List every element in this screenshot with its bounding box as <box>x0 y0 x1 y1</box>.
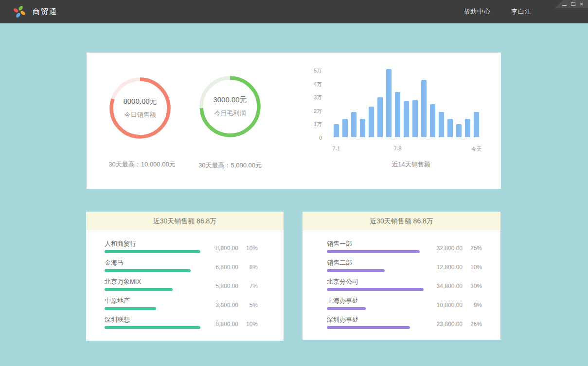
daily-sales-bar <box>351 112 356 137</box>
customer-ranking-header: 近30天销售额 86.8万 <box>86 212 284 230</box>
ranking-row: 深圳办事处23,800.0026% <box>303 313 500 332</box>
ranking-row-bar <box>327 326 410 329</box>
x-axis-tick-label: 7-8 <box>394 146 402 151</box>
maximize-icon[interactable] <box>571 2 575 6</box>
customer-ranking-card: 近30天销售额 86.8万 人和商贸行8,800.0010%金海马6,800.0… <box>86 212 284 341</box>
ranking-row-bar <box>105 307 156 310</box>
ranking-row: 中原地产3,800.005% <box>86 294 284 313</box>
ranking-row-bar <box>327 288 424 291</box>
sales-chart-bars <box>334 69 479 137</box>
ranking-row-percent: 25% <box>463 245 482 252</box>
ranking-row-amount: 8,800.00 <box>194 245 238 252</box>
ranking-row-value: 10,800.009% <box>418 302 482 309</box>
daily-sales-bar <box>404 101 409 137</box>
ranking-row-percent: 5% <box>238 302 258 309</box>
daily-sales-bar <box>439 112 444 137</box>
ranking-row-value: 8,800.0010% <box>194 245 258 252</box>
ranking-row-amount: 34,800.00 <box>418 283 463 290</box>
ranking-row-bar <box>105 288 173 291</box>
help-center-link[interactable]: 帮助中心 <box>463 7 491 16</box>
daily-sales-bar <box>386 69 392 137</box>
ranking-row: 北京万象MIX5,800.007% <box>86 275 284 294</box>
ranking-row: 人和商贸行8,800.0010% <box>86 238 284 256</box>
x-axis-tick-label: 7-1 <box>333 146 340 151</box>
daily-sales-bar <box>412 100 418 137</box>
today-sales-value: 8000.00元 <box>123 97 157 106</box>
today-sales-label: 今日销售额 <box>125 110 156 119</box>
daily-sales-bar <box>360 119 365 137</box>
sales-chart-x-axis: 7-17-8今天 <box>334 146 479 153</box>
ranking-row: 深圳联想8,800.0010% <box>86 313 284 332</box>
ranking-row-label: 深圳联想 <box>105 315 130 324</box>
department-ranking-header: 近30天销售额 86.8万 <box>303 212 500 230</box>
ranking-row-amount: 10,800.00 <box>418 302 463 309</box>
ranking-row-percent: 9% <box>463 302 482 309</box>
ranking-row-percent: 26% <box>463 321 482 328</box>
daily-sales-bar <box>421 80 427 137</box>
minimize-icon[interactable] <box>562 5 567 6</box>
ranking-row-label: 北京万象MIX <box>105 277 141 286</box>
ranking-row-bar <box>105 250 200 253</box>
daily-sales-bar <box>456 124 462 137</box>
ranking-row-label: 销售二部 <box>327 258 352 267</box>
ranking-row-amount: 6,800.00 <box>194 264 238 271</box>
today-profit-value: 3000.00元 <box>213 95 247 105</box>
ranking-row-value: 3,800.005% <box>194 302 258 309</box>
customer-ranking-rows: 人和商贸行8,800.0010%金海马6,800.008%北京万象MIX5,80… <box>86 230 284 332</box>
ranking-row-value: 6,800.008% <box>194 264 258 271</box>
ranking-row-percent: 10% <box>463 264 482 271</box>
daily-sales-bar <box>369 107 374 137</box>
ranking-row-label: 中原地产 <box>105 296 130 305</box>
ranking-row-amount: 12,800.00 <box>418 264 463 271</box>
daily-sales-bar <box>395 92 400 137</box>
ranking-row-value: 34,800.0030% <box>418 283 482 290</box>
sales-chart-y-axis: 5万4万3万2万1万0 <box>296 64 322 145</box>
ranking-row-amount: 3,800.00 <box>194 302 238 309</box>
ranking-row: 北京分公司34,800.0030% <box>303 275 500 294</box>
ranking-row-amount: 32,800.00 <box>418 245 463 252</box>
y-axis-tick-label: 1万 <box>296 118 322 131</box>
today-profit-label: 今日毛利润 <box>214 109 246 118</box>
ranking-row-label: 金海马 <box>105 258 124 267</box>
daily-sales-bar <box>474 112 479 137</box>
x-axis-tick-label: 今天 <box>471 146 482 153</box>
daily-sales-bar <box>430 104 435 137</box>
ranking-row-label: 人和商贸行 <box>105 239 136 248</box>
ranking-row-percent: 8% <box>238 264 258 271</box>
ranking-row-value: 5,800.007% <box>194 283 258 290</box>
ranking-row-percent: 10% <box>238 245 258 252</box>
ranking-row-percent: 30% <box>463 283 482 290</box>
ranking-row: 销售二部12,800.0010% <box>303 256 500 275</box>
ranking-row-percent: 7% <box>238 283 258 290</box>
ranking-row-value: 32,800.0025% <box>418 245 482 252</box>
ranking-row-amount: 23,800.00 <box>418 321 463 328</box>
ranking-row-label: 北京分公司 <box>327 277 358 286</box>
today-sales-gauge: 8000.00元 今日销售额 <box>107 75 173 141</box>
daily-sales-bar <box>465 119 470 137</box>
department-ranking-card: 近30天销售额 86.8万 销售一部32,800.0025%销售二部12,800… <box>303 212 500 340</box>
y-axis-tick-label: 3万 <box>296 91 322 105</box>
y-axis-tick-label: 2万 <box>296 105 322 118</box>
profit-30day-max: 30天最高：5,000.00元 <box>172 161 288 170</box>
y-axis-tick-label: 0 <box>296 131 322 145</box>
y-axis-tick-label: 4万 <box>296 78 322 92</box>
today-profit-gauge: 3000.00元 今日毛利润 <box>197 73 263 140</box>
daily-sales-bar <box>447 119 453 137</box>
ranking-row-percent: 10% <box>238 321 258 328</box>
ranking-row-bar <box>327 307 366 310</box>
ranking-row-amount: 8,800.00 <box>194 321 238 328</box>
ranking-row-label: 上海办事处 <box>327 296 358 305</box>
user-menu[interactable]: 李白江 <box>511 7 532 16</box>
app-title: 商贸通 <box>33 0 57 23</box>
daily-sales-bar <box>377 97 383 137</box>
summary-card: 8000.00元 今日销售额 30天最高：10,000.00元 3000.00元… <box>87 53 501 189</box>
department-ranking-rows: 销售一部32,800.0025%销售二部12,800.0010%北京分公司34,… <box>303 230 500 332</box>
titlebar: 商贸通 帮助中心 李白江 ✕ <box>0 0 588 23</box>
daily-sales-bar <box>342 119 348 137</box>
close-icon[interactable]: ✕ <box>580 2 584 7</box>
ranking-row-value: 23,800.0026% <box>418 321 482 328</box>
ranking-row-amount: 5,800.00 <box>194 283 238 290</box>
ranking-row-bar <box>327 269 385 272</box>
ranking-row-bar <box>327 250 420 253</box>
daily-sales-bar <box>334 124 339 137</box>
